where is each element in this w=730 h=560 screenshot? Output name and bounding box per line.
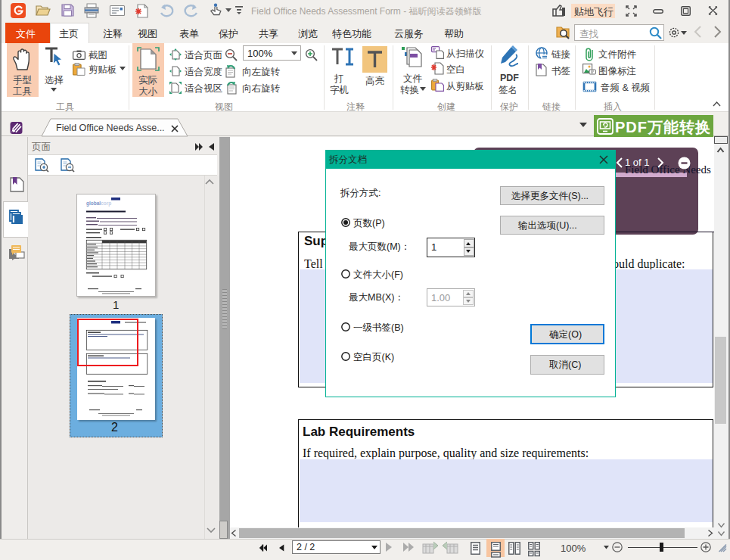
svg-text:globalcorp: globalcorp: [86, 201, 111, 207]
